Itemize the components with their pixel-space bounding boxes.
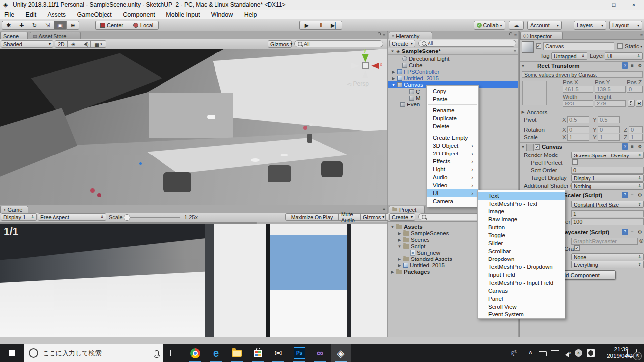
project-item-assets[interactable]: ▼ Assets xyxy=(390,223,423,230)
scaler-help-icon[interactable]: ? xyxy=(622,192,628,198)
game-pane-menu-icon[interactable]: ≡ xyxy=(383,207,385,211)
submenu-input-field[interactable]: Input Field xyxy=(478,271,565,279)
static-arrow-icon[interactable]: ▾ xyxy=(640,44,642,49)
submenu-toggle[interactable]: Toggle xyxy=(478,231,565,239)
persp-toggle[interactable]: ◅ Persp xyxy=(347,80,369,87)
height-field[interactable]: 279 xyxy=(595,100,626,107)
menu-component[interactable]: Component xyxy=(118,10,160,18)
fold-icon[interactable]: ▶ xyxy=(397,257,402,261)
taskbar-app-edge[interactable]: e xyxy=(206,344,226,362)
scene-orientation-gizmo[interactable]: y x xyxy=(349,50,381,82)
blocking-mask-dropdown[interactable]: Everything ⇕ xyxy=(571,261,644,268)
project-item-untitled-2015[interactable]: ▶ Untitled_2015 xyxy=(397,262,445,269)
rotation-x-field[interactable]: 0 xyxy=(567,126,589,133)
fold-icon[interactable]: ▶ xyxy=(390,270,395,274)
scale-factor-field[interactable]: 1 xyxy=(571,210,644,217)
pivot-y-field[interactable]: 0.5 xyxy=(598,116,620,123)
hierarchy-item-directional-light[interactable]: Directional Light xyxy=(402,55,449,62)
play-button[interactable]: ▶ xyxy=(299,21,314,30)
submenu-event-system[interactable]: Event System xyxy=(478,310,565,318)
center-pivot-button[interactable]: Center xyxy=(95,21,128,30)
collab-dropdown[interactable]: ✓ Collab ▾ xyxy=(474,21,505,30)
fold-icon[interactable]: ▶ xyxy=(391,76,396,81)
submenu-scroll-view[interactable]: Scroll View xyxy=(478,303,565,310)
tray-app-icon[interactable] xyxy=(587,349,595,357)
object-picker-icon[interactable]: ◎ xyxy=(639,238,644,243)
reference-ppu-field[interactable]: 100 xyxy=(571,218,644,225)
menu-window[interactable]: Window xyxy=(207,10,237,18)
context-effects[interactable]: Effects› xyxy=(427,157,478,165)
layout-dropdown[interactable]: Layout ▾ xyxy=(609,21,642,30)
people-icon[interactable]: ꭆꭆ xyxy=(511,349,517,356)
game-gizmos-dropdown[interactable]: Gizmos ▾ xyxy=(360,213,386,221)
scale-tool-button[interactable]: ⇲ xyxy=(41,21,54,30)
2d-toggle[interactable]: 2D xyxy=(55,40,68,48)
project-item-script[interactable]: ▼ Script xyxy=(397,243,425,250)
script-field[interactable]: GraphicRaycaster xyxy=(571,238,638,245)
name-field[interactable]: Canvas xyxy=(543,42,614,50)
taskbar-app-explorer[interactable] xyxy=(227,344,247,362)
submenu-slider[interactable]: Slider xyxy=(478,239,565,247)
tab-asset-store[interactable]: ▤ Asset Store xyxy=(30,32,81,39)
target-display-dropdown[interactable]: Display 1 ⇕ xyxy=(571,174,644,182)
layers-dropdown[interactable]: Layers ▾ xyxy=(574,21,606,30)
cloud-button[interactable]: ☁ xyxy=(509,21,524,30)
pixel-perfect-checkbox[interactable] xyxy=(572,159,578,165)
scene-header-row[interactable]: ▼ ◈ SampleScene* ≡ xyxy=(388,48,518,55)
task-view-button[interactable] xyxy=(164,344,184,362)
fold-icon[interactable]: ▼ xyxy=(391,83,396,87)
context-video[interactable]: Video› xyxy=(427,181,478,189)
scaler-gear-icon[interactable]: ⚙ xyxy=(638,192,642,198)
sort-order-field[interactable]: 0 xyxy=(571,167,644,174)
hierarchy-item-eventsystem[interactable]: Even xyxy=(400,101,420,108)
context-create-empty[interactable]: Create Empty xyxy=(427,134,478,142)
hierarchy-item-fpscontroller[interactable]: ▶ FPSController xyxy=(391,68,439,75)
maximize-on-play-toggle[interactable]: Maximize On Play xyxy=(285,213,339,221)
scale-z-field[interactable]: 1 xyxy=(629,134,643,141)
pos-x-field[interactable]: 461.5 xyxy=(563,86,593,93)
hierarchy-item-child-2[interactable]: M xyxy=(409,95,421,102)
scene-search-input[interactable]: All xyxy=(294,40,383,47)
project-item-standard-assets[interactable]: ▶ Standard Assets xyxy=(397,256,452,262)
scaler-preset-icon[interactable]: ≡ xyxy=(631,192,634,198)
blocking-objects-dropdown[interactable]: None ⇕ xyxy=(571,253,644,260)
scene-effects-dropdown[interactable]: ▦ ▾ xyxy=(90,40,106,48)
hierarchy-item-cube[interactable]: Cube xyxy=(402,62,423,69)
project-item-scenes[interactable]: ▶ Scenes xyxy=(397,236,429,243)
submenu-dropdown[interactable]: Dropdown xyxy=(478,255,565,263)
tab-inspector[interactable]: ⓘ Inspector xyxy=(520,32,563,39)
rect-tool-button[interactable]: ▣ xyxy=(54,21,66,30)
project-item-samplescenes[interactable]: ▶ SampleScenes xyxy=(397,230,449,237)
menu-gameobject[interactable]: GameObject xyxy=(73,10,116,18)
move-tool-button[interactable]: ✚ xyxy=(15,21,28,30)
taskbar-app-store[interactable] xyxy=(248,344,268,362)
hierarchy-item-child-1[interactable]: C xyxy=(409,88,420,95)
context-ui[interactable]: UI› xyxy=(427,189,478,197)
context-delete[interactable]: Delete xyxy=(427,122,478,130)
rect-transform-fold-icon[interactable]: ▼ xyxy=(521,64,525,68)
axis-down-cone[interactable] xyxy=(362,70,368,78)
help-icon[interactable]: ? xyxy=(622,62,628,69)
menu-edit[interactable]: Edit xyxy=(21,10,41,18)
project-item-sun-new[interactable]: # Sun_new xyxy=(410,249,440,256)
ui-scale-mode-dropdown[interactable]: Constant Pixel Size ⇕ xyxy=(571,201,644,208)
canvas-preset-icon[interactable]: ≡ xyxy=(631,144,634,149)
maximize-button[interactable]: □ xyxy=(605,0,622,10)
tray-x-circle-icon[interactable]: × xyxy=(575,349,582,357)
active-checkbox[interactable]: ✓ xyxy=(536,43,541,49)
static-checkbox[interactable] xyxy=(617,43,623,49)
context-duplicate[interactable]: Duplicate xyxy=(427,114,478,122)
transform-tool-button[interactable]: ⊕ xyxy=(66,21,79,30)
scene-gizmos-dropdown[interactable]: Gizmos ▾ xyxy=(268,40,292,48)
draw-mode-dropdown[interactable]: Shaded ▾ xyxy=(1,40,53,48)
context-audio[interactable]: Audio› xyxy=(427,173,478,181)
close-button[interactable]: × xyxy=(625,0,642,10)
scene-viewport[interactable]: y x ◅ Persp xyxy=(0,49,387,205)
project-create-dropdown[interactable]: Create ▾ xyxy=(389,213,415,221)
hierarchy-create-dropdown[interactable]: Create ▾ xyxy=(389,40,415,47)
volume-muted-icon[interactable]: × xyxy=(563,350,571,359)
context-light[interactable]: Light› xyxy=(427,165,478,173)
menu-help[interactable]: Help xyxy=(240,10,262,18)
canvas-fold-icon[interactable]: ▼ xyxy=(521,145,525,149)
fold-icon[interactable]: ▶ xyxy=(391,70,396,74)
